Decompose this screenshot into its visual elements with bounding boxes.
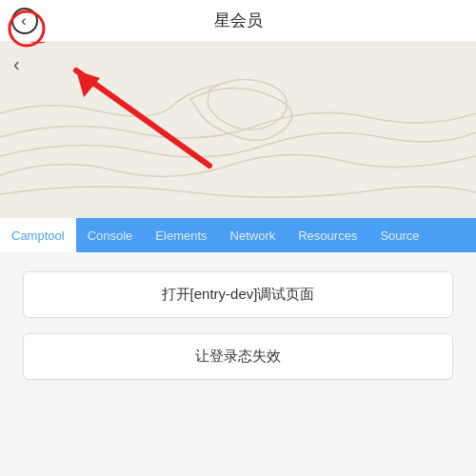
tab-elements[interactable]: Elements	[144, 218, 218, 252]
content-area: 打开[entry-dev]调试页面 让登录态失效	[0, 252, 476, 476]
map-contour-svg	[0, 42, 476, 218]
tab-network[interactable]: Network	[219, 218, 288, 252]
open-entry-dev-button[interactable]: 打开[entry-dev]调试页面	[23, 271, 453, 318]
back-icon: ‹	[21, 13, 26, 29]
tab-resources[interactable]: Resources	[287, 218, 368, 252]
invalidate-login-button[interactable]: 让登录态失效	[23, 333, 453, 380]
devtools-tab-bar: Camptool Console Elements Network Resour…	[0, 218, 476, 252]
tab-source[interactable]: Source	[368, 218, 430, 252]
page-title: 星会员	[214, 10, 263, 31]
svg-rect-0	[0, 42, 476, 218]
map-area: ‹	[0, 42, 476, 218]
back-button[interactable]: ‹	[11, 8, 38, 34]
tab-camptool[interactable]: Camptool	[0, 218, 76, 252]
tab-console[interactable]: Console	[76, 218, 145, 252]
map-back-button[interactable]: ‹	[13, 53, 20, 75]
app-bar: ‹ 星会员	[0, 0, 476, 42]
